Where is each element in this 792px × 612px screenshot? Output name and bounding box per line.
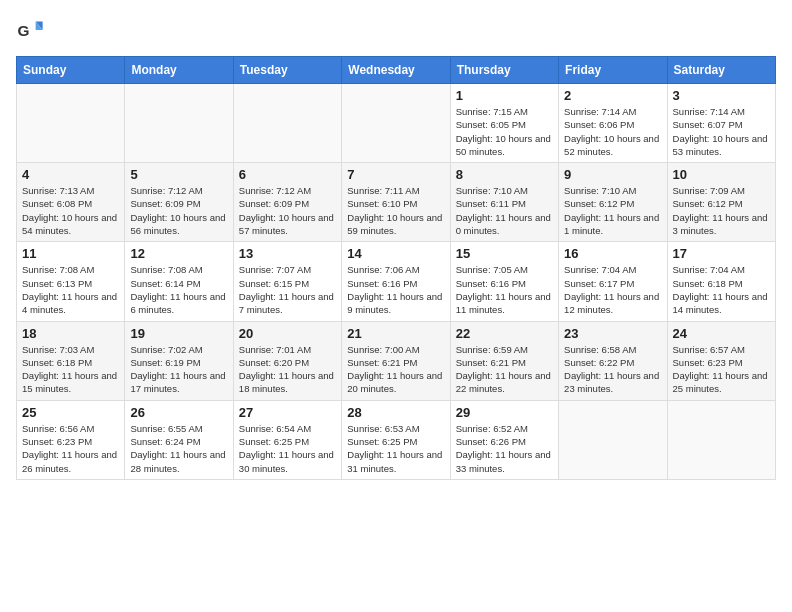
- calendar-week-row: 4Sunrise: 7:13 AM Sunset: 6:08 PM Daylig…: [17, 163, 776, 242]
- day-of-week-header: Friday: [559, 57, 667, 84]
- day-info: Sunrise: 7:13 AM Sunset: 6:08 PM Dayligh…: [22, 184, 119, 237]
- calendar-header: SundayMondayTuesdayWednesdayThursdayFrid…: [17, 57, 776, 84]
- calendar-day-cell: 16Sunrise: 7:04 AM Sunset: 6:17 PM Dayli…: [559, 242, 667, 321]
- day-number: 22: [456, 326, 553, 341]
- day-number: 20: [239, 326, 336, 341]
- day-info: Sunrise: 7:05 AM Sunset: 6:16 PM Dayligh…: [456, 263, 553, 316]
- day-of-week-header: Tuesday: [233, 57, 341, 84]
- day-number: 6: [239, 167, 336, 182]
- calendar-day-cell: 17Sunrise: 7:04 AM Sunset: 6:18 PM Dayli…: [667, 242, 775, 321]
- day-number: 11: [22, 246, 119, 261]
- day-info: Sunrise: 7:15 AM Sunset: 6:05 PM Dayligh…: [456, 105, 553, 158]
- calendar-week-row: 18Sunrise: 7:03 AM Sunset: 6:18 PM Dayli…: [17, 321, 776, 400]
- day-info: Sunrise: 7:08 AM Sunset: 6:13 PM Dayligh…: [22, 263, 119, 316]
- calendar-day-cell: 18Sunrise: 7:03 AM Sunset: 6:18 PM Dayli…: [17, 321, 125, 400]
- day-info: Sunrise: 7:04 AM Sunset: 6:18 PM Dayligh…: [673, 263, 770, 316]
- day-number: 3: [673, 88, 770, 103]
- calendar-day-cell: 4Sunrise: 7:13 AM Sunset: 6:08 PM Daylig…: [17, 163, 125, 242]
- calendar-day-cell: 19Sunrise: 7:02 AM Sunset: 6:19 PM Dayli…: [125, 321, 233, 400]
- calendar-day-cell: 25Sunrise: 6:56 AM Sunset: 6:23 PM Dayli…: [17, 400, 125, 479]
- day-info: Sunrise: 7:04 AM Sunset: 6:17 PM Dayligh…: [564, 263, 661, 316]
- svg-text:G: G: [17, 22, 29, 39]
- calendar-week-row: 11Sunrise: 7:08 AM Sunset: 6:13 PM Dayli…: [17, 242, 776, 321]
- day-info: Sunrise: 7:09 AM Sunset: 6:12 PM Dayligh…: [673, 184, 770, 237]
- day-info: Sunrise: 7:14 AM Sunset: 6:07 PM Dayligh…: [673, 105, 770, 158]
- day-of-week-header: Thursday: [450, 57, 558, 84]
- day-number: 21: [347, 326, 444, 341]
- calendar-day-cell: [667, 400, 775, 479]
- day-number: 26: [130, 405, 227, 420]
- day-number: 7: [347, 167, 444, 182]
- calendar-day-cell: 14Sunrise: 7:06 AM Sunset: 6:16 PM Dayli…: [342, 242, 450, 321]
- calendar-day-cell: [125, 84, 233, 163]
- day-number: 1: [456, 88, 553, 103]
- day-info: Sunrise: 7:06 AM Sunset: 6:16 PM Dayligh…: [347, 263, 444, 316]
- day-number: 15: [456, 246, 553, 261]
- day-number: 8: [456, 167, 553, 182]
- day-number: 4: [22, 167, 119, 182]
- calendar-day-cell: 20Sunrise: 7:01 AM Sunset: 6:20 PM Dayli…: [233, 321, 341, 400]
- day-number: 27: [239, 405, 336, 420]
- calendar-day-cell: 23Sunrise: 6:58 AM Sunset: 6:22 PM Dayli…: [559, 321, 667, 400]
- day-info: Sunrise: 6:53 AM Sunset: 6:25 PM Dayligh…: [347, 422, 444, 475]
- day-number: 5: [130, 167, 227, 182]
- calendar-day-cell: 7Sunrise: 7:11 AM Sunset: 6:10 PM Daylig…: [342, 163, 450, 242]
- day-info: Sunrise: 7:10 AM Sunset: 6:11 PM Dayligh…: [456, 184, 553, 237]
- day-info: Sunrise: 7:00 AM Sunset: 6:21 PM Dayligh…: [347, 343, 444, 396]
- day-info: Sunrise: 7:12 AM Sunset: 6:09 PM Dayligh…: [239, 184, 336, 237]
- day-info: Sunrise: 7:08 AM Sunset: 6:14 PM Dayligh…: [130, 263, 227, 316]
- calendar-day-cell: 13Sunrise: 7:07 AM Sunset: 6:15 PM Dayli…: [233, 242, 341, 321]
- day-number: 13: [239, 246, 336, 261]
- calendar-day-cell: [342, 84, 450, 163]
- calendar-day-cell: 10Sunrise: 7:09 AM Sunset: 6:12 PM Dayli…: [667, 163, 775, 242]
- day-info: Sunrise: 7:12 AM Sunset: 6:09 PM Dayligh…: [130, 184, 227, 237]
- day-info: Sunrise: 7:07 AM Sunset: 6:15 PM Dayligh…: [239, 263, 336, 316]
- day-number: 2: [564, 88, 661, 103]
- calendar-day-cell: 21Sunrise: 7:00 AM Sunset: 6:21 PM Dayli…: [342, 321, 450, 400]
- day-number: 25: [22, 405, 119, 420]
- logo: G: [16, 16, 48, 44]
- day-info: Sunrise: 7:03 AM Sunset: 6:18 PM Dayligh…: [22, 343, 119, 396]
- page-header: G: [16, 16, 776, 44]
- calendar-day-cell: [17, 84, 125, 163]
- calendar-day-cell: 27Sunrise: 6:54 AM Sunset: 6:25 PM Dayli…: [233, 400, 341, 479]
- calendar-day-cell: 26Sunrise: 6:55 AM Sunset: 6:24 PM Dayli…: [125, 400, 233, 479]
- day-number: 23: [564, 326, 661, 341]
- calendar-day-cell: 1Sunrise: 7:15 AM Sunset: 6:05 PM Daylig…: [450, 84, 558, 163]
- day-number: 19: [130, 326, 227, 341]
- day-number: 28: [347, 405, 444, 420]
- calendar-day-cell: 22Sunrise: 6:59 AM Sunset: 6:21 PM Dayli…: [450, 321, 558, 400]
- day-of-week-header: Saturday: [667, 57, 775, 84]
- calendar-day-cell: 2Sunrise: 7:14 AM Sunset: 6:06 PM Daylig…: [559, 84, 667, 163]
- day-number: 14: [347, 246, 444, 261]
- day-number: 24: [673, 326, 770, 341]
- day-of-week-header: Wednesday: [342, 57, 450, 84]
- day-info: Sunrise: 6:56 AM Sunset: 6:23 PM Dayligh…: [22, 422, 119, 475]
- calendar-day-cell: 28Sunrise: 6:53 AM Sunset: 6:25 PM Dayli…: [342, 400, 450, 479]
- day-number: 16: [564, 246, 661, 261]
- calendar-day-cell: 24Sunrise: 6:57 AM Sunset: 6:23 PM Dayli…: [667, 321, 775, 400]
- calendar-day-cell: 12Sunrise: 7:08 AM Sunset: 6:14 PM Dayli…: [125, 242, 233, 321]
- calendar-day-cell: 6Sunrise: 7:12 AM Sunset: 6:09 PM Daylig…: [233, 163, 341, 242]
- day-info: Sunrise: 6:55 AM Sunset: 6:24 PM Dayligh…: [130, 422, 227, 475]
- calendar-table: SundayMondayTuesdayWednesdayThursdayFrid…: [16, 56, 776, 480]
- day-of-week-header: Sunday: [17, 57, 125, 84]
- calendar-day-cell: 29Sunrise: 6:52 AM Sunset: 6:26 PM Dayli…: [450, 400, 558, 479]
- day-info: Sunrise: 7:10 AM Sunset: 6:12 PM Dayligh…: [564, 184, 661, 237]
- calendar-body: 1Sunrise: 7:15 AM Sunset: 6:05 PM Daylig…: [17, 84, 776, 480]
- calendar-week-row: 25Sunrise: 6:56 AM Sunset: 6:23 PM Dayli…: [17, 400, 776, 479]
- calendar-day-cell: [233, 84, 341, 163]
- day-header-row: SundayMondayTuesdayWednesdayThursdayFrid…: [17, 57, 776, 84]
- logo-icon: G: [16, 16, 44, 44]
- day-info: Sunrise: 7:01 AM Sunset: 6:20 PM Dayligh…: [239, 343, 336, 396]
- day-info: Sunrise: 7:11 AM Sunset: 6:10 PM Dayligh…: [347, 184, 444, 237]
- calendar-day-cell: 8Sunrise: 7:10 AM Sunset: 6:11 PM Daylig…: [450, 163, 558, 242]
- day-number: 10: [673, 167, 770, 182]
- day-number: 9: [564, 167, 661, 182]
- calendar-day-cell: [559, 400, 667, 479]
- day-info: Sunrise: 7:14 AM Sunset: 6:06 PM Dayligh…: [564, 105, 661, 158]
- day-info: Sunrise: 6:58 AM Sunset: 6:22 PM Dayligh…: [564, 343, 661, 396]
- day-info: Sunrise: 6:57 AM Sunset: 6:23 PM Dayligh…: [673, 343, 770, 396]
- day-number: 29: [456, 405, 553, 420]
- day-info: Sunrise: 6:59 AM Sunset: 6:21 PM Dayligh…: [456, 343, 553, 396]
